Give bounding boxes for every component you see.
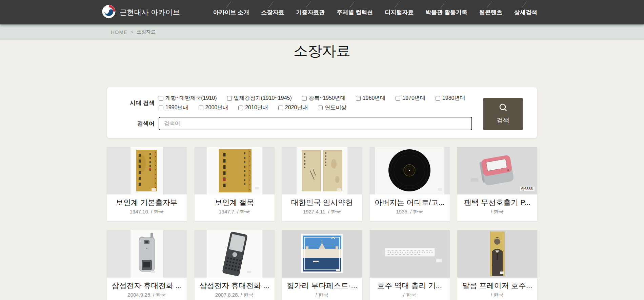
item-date: 1947.10. / 한국 (107, 209, 187, 215)
catalog-tag: 한6836. (520, 187, 535, 191)
item-date: / 한국 (457, 209, 537, 215)
collection-card-6[interactable]: 삼성전자 휴대전화 ... 2004.9.25. / 한국 (107, 230, 187, 300)
keyword-label: 검색어 (107, 120, 155, 128)
breadcrumb-separator-icon: > (131, 29, 133, 35)
item-title[interactable]: 삼성전자 휴대전화 ... (107, 281, 187, 290)
era-checkbox-8[interactable]: 2010년대 (238, 104, 268, 111)
era-checkbox-group: 개항~대한제국(1910) 일제강점기(1910~1945) 광복~1950년대… (159, 95, 465, 111)
item-thumbnail-pager: 한6836. (457, 147, 537, 194)
item-title[interactable]: 헝가리 부다페스트·... (282, 281, 362, 290)
search-button[interactable]: 검색 (483, 98, 523, 130)
menu-web-contents[interactable]: 웹콘텐츠 (479, 0, 502, 24)
era-checkbox-input-7[interactable] (199, 106, 203, 110)
item-title[interactable]: 호주 역대 총리 기... (370, 281, 450, 290)
era-checkbox-3[interactable]: 1960년대 (356, 95, 386, 102)
search-filter-panel: 시대 검색 개항~대한제국(1910) 일제강점기(1910~1945) 광복~… (107, 87, 537, 138)
keyword-row: 검색어 (107, 117, 472, 130)
top-navbar: 근현대사 아카이브 아카이브 소개 소장자료 기증자료관 주제별 컬렉션 디지털… (0, 0, 644, 24)
item-thumbnail-flip-phone (107, 230, 187, 278)
item-date: 1947.7. / 한국 (195, 209, 275, 215)
item-thumbnail-book (195, 147, 275, 194)
menu-digital-materials[interactable]: 디지털자료 (385, 0, 414, 24)
breadcrumb: HOME > 소장자료 (107, 24, 537, 39)
collection-card-10[interactable]: 말콤 프레이저 호주... / 한국 (457, 230, 537, 300)
item-thumbnail-documents (282, 147, 362, 194)
menu-collection[interactable]: 소장자료 (261, 0, 284, 24)
era-filter-label: 시대 검색 (107, 99, 155, 107)
era-checkbox-1[interactable]: 일제강점기(1910~1945) (227, 95, 292, 102)
collection-card-8[interactable]: 헝가리 부다페스트·... / 한국 (282, 230, 362, 300)
era-checkbox-input-5[interactable] (436, 96, 440, 101)
item-thumbnail-portrait (457, 230, 537, 278)
keyword-input[interactable] (159, 117, 472, 130)
search-button-label: 검색 (497, 116, 509, 125)
collection-card-4[interactable]: 아버지는 어디로/고... 1935. / 한국 (370, 147, 450, 221)
item-title[interactable]: 삼성전자 휴대전화 ... (195, 281, 275, 290)
menu-theme-collections[interactable]: 주제별 컬렉션 (337, 0, 373, 24)
era-checkbox-input-1[interactable] (227, 96, 232, 101)
page-title: 소장자료 (0, 42, 644, 60)
page: 근현대사 아카이브 아카이브 소개 소장자료 기증자료관 주제별 컬렉션 디지털… (0, 0, 644, 300)
era-checkbox-4[interactable]: 1970년대 (396, 95, 425, 102)
menu-advanced-search[interactable]: 상세검색 (514, 0, 537, 24)
era-checkbox-6[interactable]: 1990년대 (159, 104, 188, 111)
magnifier-icon (499, 103, 507, 114)
item-thumbnail-postcard (282, 230, 362, 278)
item-date: / 한국 (370, 292, 450, 298)
era-checkbox-input-10[interactable] (318, 106, 323, 110)
era-checkbox-0[interactable]: 개항~대한제국(1910) (159, 95, 217, 102)
taegeuk-emblem-icon (102, 5, 116, 20)
era-checkbox-input-3[interactable] (356, 96, 361, 101)
era-checkbox-input-6[interactable] (159, 106, 163, 110)
item-title[interactable]: 말콤 프레이저 호주... (457, 281, 537, 290)
item-title[interactable]: 아버지는 어디로/고... (370, 198, 450, 207)
collection-card-3[interactable]: 대한민국 임시약헌 1927.4.11. / 한국 (282, 147, 362, 221)
brand-title: 근현대사 아카이브 (120, 7, 180, 17)
item-title[interactable]: 팬택 무선호출기 P... (457, 198, 537, 207)
item-date: 2004.9.25. / 한국 (107, 292, 187, 298)
item-title[interactable]: 보인계 기본출자부 (107, 198, 187, 207)
menu-donated-materials[interactable]: 기증자료관 (296, 0, 325, 24)
brand-home-link[interactable]: 근현대사 아카이브 (102, 5, 180, 20)
era-checkbox-2[interactable]: 광복~1950년대 (302, 95, 346, 102)
item-date: / 한국 (282, 292, 362, 298)
era-checkbox-5[interactable]: 1980년대 (436, 95, 465, 102)
item-thumbnail-smartphone (195, 230, 275, 278)
collection-card-9[interactable]: 호주 역대 총리 기... / 한국 (370, 230, 450, 300)
collection-card-2[interactable]: 보인계 절목 1947.7. / 한국 (195, 147, 275, 221)
breadcrumb-bar: HOME > 소장자료 (0, 24, 644, 40)
era-checkbox-input-2[interactable] (302, 96, 307, 101)
collection-grid: 보인계 기본출자부 1947.10. / 한국 보인계 절목 (107, 147, 537, 300)
item-date: 1927.4.11. / 한국 (282, 209, 362, 215)
era-checkbox-7[interactable]: 2000년대 (199, 104, 228, 111)
collection-card-7[interactable]: 삼성전자 휴대전화 ... 2007.8.28. / 한국 (195, 230, 275, 300)
era-checkbox-input-0[interactable] (159, 96, 163, 101)
era-checkbox-input-4[interactable] (396, 96, 400, 101)
item-title[interactable]: 보인계 절목 (195, 198, 275, 207)
item-thumbnail-book (107, 147, 187, 194)
item-date: 2007.8.28. / 한국 (195, 292, 275, 298)
collection-card-1[interactable]: 보인계 기본출자부 1947.10. / 한국 (107, 147, 187, 221)
era-checkbox-10[interactable]: 연도미상 (318, 104, 346, 111)
era-checkbox-9[interactable]: 2020년대 (278, 104, 308, 111)
era-checkbox-input-8[interactable] (238, 106, 243, 110)
era-filter-row: 시대 검색 개항~대한제국(1910) 일제강점기(1910~1945) 광복~… (107, 95, 465, 111)
breadcrumb-home-link[interactable]: HOME (111, 29, 127, 35)
menu-museum-activity[interactable]: 박물관 활동기록 (425, 0, 467, 24)
item-thumbnail-record (370, 147, 450, 194)
collection-card-5[interactable]: 한6836. 팬택 무선호출기 P... / 한국 (457, 147, 537, 221)
item-title[interactable]: 대한민국 임시약헌 (282, 198, 362, 207)
item-thumbnail-strip (370, 230, 450, 278)
menu-archive-intro[interactable]: 아카이브 소개 (213, 0, 249, 24)
main-menu: 아카이브 소개 소장자료 기증자료관 주제별 컬렉션 디지털자료 박물관 활동기… (213, 0, 537, 24)
breadcrumb-current[interactable]: 소장자료 (137, 29, 156, 35)
era-checkbox-input-9[interactable] (278, 106, 283, 110)
item-date: / 한국 (457, 292, 537, 298)
item-date: 1935. / 한국 (370, 209, 450, 215)
